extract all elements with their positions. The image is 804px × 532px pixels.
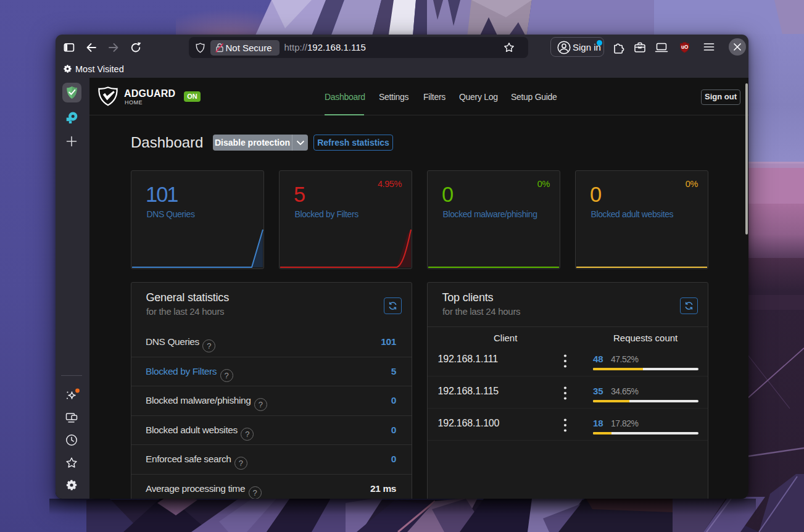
svg-text:uO: uO (681, 44, 689, 50)
